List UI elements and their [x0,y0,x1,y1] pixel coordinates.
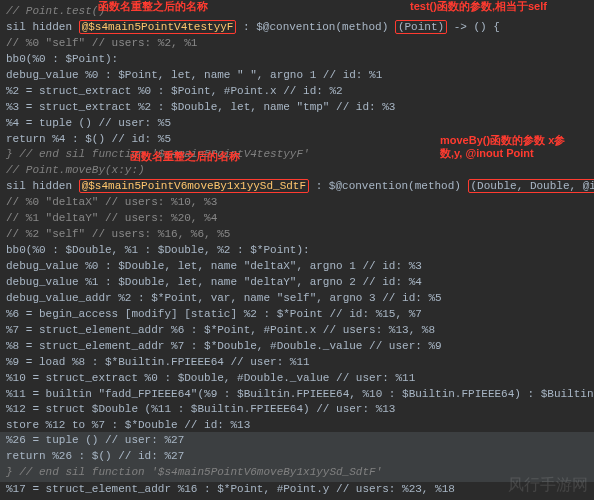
code-line: bb0(%0 : $Double, %1 : $Double, %2 : $*P… [6,243,588,259]
code-line: bb0(%0 : $Point): [6,52,588,68]
code-text: sil hidden [6,180,79,192]
footer-bar: %26 = tuple () // user: %27 return %26 :… [0,432,594,482]
code-line: // %1 "deltaY" // users: %20, %4 [6,211,588,227]
param-box-2: (Double, Double, @inout Point) [468,179,595,193]
code-line: %8 = struct_element_addr %7 : $*Double, … [6,339,588,355]
code-line: %10 = struct_extract %0 : $Double, #Doub… [6,371,588,387]
code-line: // Point.moveBy(x:y:) [6,163,588,179]
watermark: 风行手游网 [508,473,588,496]
code-line: debug_value %0 : $Double, let, name "del… [6,259,588,275]
code-line: %17 = struct_element_addr %16 : $*Point,… [6,482,588,498]
code-line: debug_value %1 : $Double, let, name "del… [6,275,588,291]
code-text: sil hidden [6,21,79,33]
code-line: debug_value_addr %2 : $*Point, var, name… [6,291,588,307]
mangled-name-1: @$s4main5PointV4testyyF [79,20,237,34]
code-line: %7 = struct_element_addr %6 : $*Point, #… [6,323,588,339]
param-box-1: (Point) [395,20,447,34]
code-text: : $@convention(method) [309,180,467,192]
code-line: %4 = tuple () // user: %5 [6,116,588,132]
code-line: %3 = struct_extract %2 : $Double, let, n… [6,100,588,116]
annot-1: 函数名重整之后的名称 [98,0,208,13]
code-line: %6 = begin_access [modify] [static] %2 :… [6,307,588,323]
code-text: -> () { [447,21,500,33]
code-line: return %26 : $() // id: %27 [6,449,588,465]
mangled-name-2: @$s4main5PointV6moveBy1x1yySd_SdtF [79,179,309,193]
annot-2: test()函数的参数,相当于self [410,0,547,13]
annot-3: 函数名重整之后的名称 [130,150,240,163]
code-line: debug_value %0 : $Point, let, name " ", … [6,68,588,84]
code-line: // %2 "self" // users: %16, %6, %5 [6,227,588,243]
code-line: %26 = tuple () // user: %27 [6,433,588,449]
code-block: 函数名重整之后的名称 test()函数的参数,相当于self moveBy()函… [0,0,594,500]
code-line: } // end sil function '$s4main5PointV6mo… [6,465,588,481]
code-line: %2 = struct_extract %0 : $Point, #Point.… [6,84,588,100]
annot-4: moveBy()函数的参数 x参数,y, @inout Point [440,134,580,160]
code-line: // %0 "self" // users: %2, %1 [6,36,588,52]
code-line: %12 = struct $Double (%11 : $Builtin.FPI… [6,402,588,418]
code-line: %11 = builtin "fadd_FPIEEE64"(%9 : $Buil… [6,387,588,403]
code-line: %9 = load %8 : $*Builtin.FPIEEE64 // use… [6,355,588,371]
code-line: // %0 "deltaX" // users: %10, %3 [6,195,588,211]
code-text: : $@convention(method) [236,21,394,33]
